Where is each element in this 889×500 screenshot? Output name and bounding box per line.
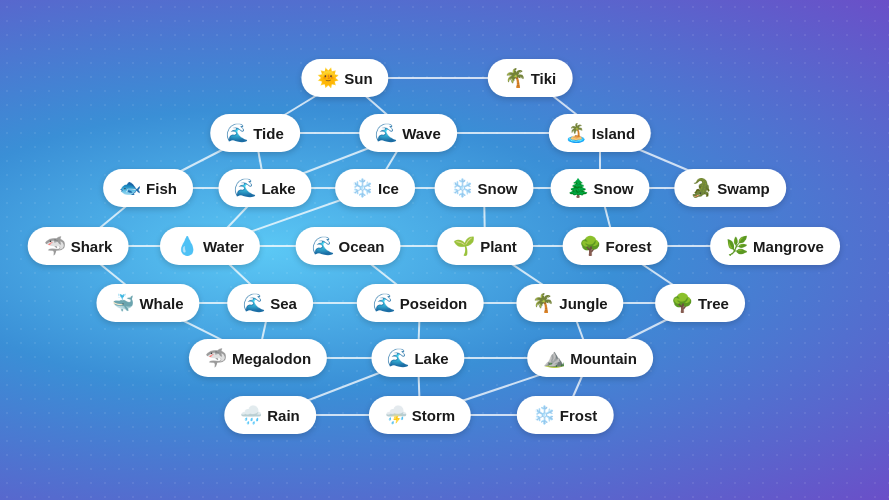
- node-icon-swamp: 🐊: [690, 177, 712, 199]
- node-icon-sun: 🌞: [317, 67, 339, 89]
- node-lake2: 🌊Lake: [371, 339, 464, 377]
- node-icon-tiki: 🌴: [504, 67, 526, 89]
- node-label-jungle: Jungle: [559, 295, 607, 312]
- node-tree: 🌳Tree: [655, 284, 745, 322]
- node-icon-whale: 🐳: [112, 292, 134, 314]
- node-icon-lake2: 🌊: [387, 347, 409, 369]
- node-label-mountain: Mountain: [570, 350, 637, 367]
- node-forest: 🌳Forest: [563, 227, 668, 265]
- node-icon-sea: 🌊: [243, 292, 265, 314]
- node-icon-ice: ❄️: [351, 177, 373, 199]
- node-icon-lake1: 🌊: [234, 177, 256, 199]
- node-icon-poseidon: 🌊: [373, 292, 395, 314]
- node-label-fish: Fish: [146, 180, 177, 197]
- node-label-ocean: Ocean: [339, 238, 385, 255]
- node-water: 💧Water: [160, 227, 260, 265]
- node-shark: 🦈Shark: [28, 227, 129, 265]
- node-ice: ❄️Ice: [335, 169, 415, 207]
- node-label-water: Water: [203, 238, 244, 255]
- node-label-storm: Storm: [412, 407, 455, 424]
- node-label-island: Island: [592, 125, 635, 142]
- node-label-frost: Frost: [560, 407, 598, 424]
- node-label-lake1: Lake: [261, 180, 295, 197]
- node-label-mangrove: Mangrove: [753, 238, 824, 255]
- node-icon-ocean: 🌊: [312, 235, 334, 257]
- node-icon-snow2: 🌲: [567, 177, 589, 199]
- node-tiki: 🌴Tiki: [488, 59, 573, 97]
- node-tide: 🌊Tide: [210, 114, 300, 152]
- node-storm: ⛈️Storm: [369, 396, 471, 434]
- node-label-ice: Ice: [378, 180, 399, 197]
- node-icon-island: 🏝️: [565, 122, 587, 144]
- node-label-snow1: Snow: [478, 180, 518, 197]
- node-icon-forest: 🌳: [579, 235, 601, 257]
- node-swamp: 🐊Swamp: [674, 169, 786, 207]
- node-label-sun: Sun: [344, 70, 372, 87]
- node-icon-fish: 🐟: [119, 177, 141, 199]
- node-icon-snow1: ❄️: [451, 177, 473, 199]
- node-label-poseidon: Poseidon: [400, 295, 468, 312]
- node-icon-tide: 🌊: [226, 122, 248, 144]
- node-wave: 🌊Wave: [359, 114, 457, 152]
- node-ocean: 🌊Ocean: [296, 227, 401, 265]
- node-mountain: ⛰️Mountain: [527, 339, 653, 377]
- node-label-tree: Tree: [698, 295, 729, 312]
- node-rain: 🌧️Rain: [224, 396, 316, 434]
- node-label-forest: Forest: [606, 238, 652, 255]
- node-label-snow2: Snow: [594, 180, 634, 197]
- node-icon-water: 💧: [176, 235, 198, 257]
- node-icon-plant: 🌱: [453, 235, 475, 257]
- node-lake1: 🌊Lake: [218, 169, 311, 207]
- node-icon-jungle: 🌴: [532, 292, 554, 314]
- node-icon-mangrove: 🌿: [726, 235, 748, 257]
- node-icon-rain: 🌧️: [240, 404, 262, 426]
- node-poseidon: 🌊Poseidon: [357, 284, 484, 322]
- node-label-sea: Sea: [270, 295, 297, 312]
- node-icon-frost: ❄️: [533, 404, 555, 426]
- node-jungle: 🌴Jungle: [516, 284, 623, 322]
- node-sea: 🌊Sea: [227, 284, 313, 322]
- graph-container: 🌞Sun🌴Tiki🌊Tide🌊Wave🏝️Island🐟Fish🌊Lake❄️I…: [0, 0, 889, 500]
- node-icon-shark: 🦈: [44, 235, 66, 257]
- node-sun: 🌞Sun: [301, 59, 388, 97]
- node-whale: 🐳Whale: [96, 284, 199, 322]
- node-icon-storm: ⛈️: [385, 404, 407, 426]
- node-fish: 🐟Fish: [103, 169, 193, 207]
- node-label-rain: Rain: [267, 407, 300, 424]
- node-label-lake2: Lake: [414, 350, 448, 367]
- nodes-layer: 🌞Sun🌴Tiki🌊Tide🌊Wave🏝️Island🐟Fish🌊Lake❄️I…: [0, 0, 889, 500]
- node-icon-mountain: ⛰️: [543, 347, 565, 369]
- node-label-wave: Wave: [402, 125, 441, 142]
- node-label-megalodon: Megalodon: [232, 350, 311, 367]
- node-label-tide: Tide: [253, 125, 284, 142]
- node-label-tiki: Tiki: [531, 70, 557, 87]
- node-island: 🏝️Island: [549, 114, 651, 152]
- node-plant: 🌱Plant: [437, 227, 533, 265]
- node-frost: ❄️Frost: [517, 396, 614, 434]
- node-label-swamp: Swamp: [717, 180, 770, 197]
- node-label-whale: Whale: [139, 295, 183, 312]
- node-label-shark: Shark: [71, 238, 113, 255]
- node-icon-wave: 🌊: [375, 122, 397, 144]
- node-megalodon: 🦈Megalodon: [189, 339, 327, 377]
- node-snow2: 🌲Snow: [551, 169, 650, 207]
- node-icon-tree: 🌳: [671, 292, 693, 314]
- node-icon-megalodon: 🦈: [205, 347, 227, 369]
- node-label-plant: Plant: [480, 238, 517, 255]
- node-snow1: ❄️Snow: [435, 169, 534, 207]
- node-mangrove: 🌿Mangrove: [710, 227, 840, 265]
